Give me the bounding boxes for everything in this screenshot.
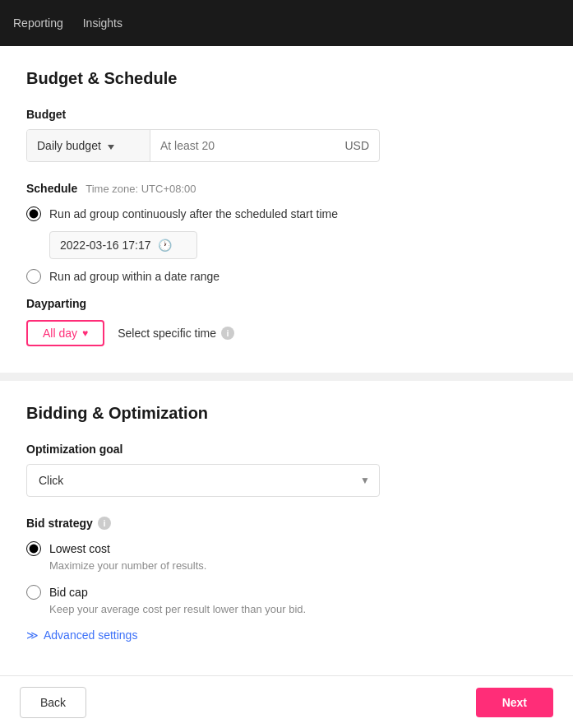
radio-continuous-label: Run ad group continuously after the sche…: [49, 207, 338, 220]
radio-option-daterange: Run ad group within a date range: [26, 269, 547, 284]
optimization-goal-label: Optimization goal: [26, 443, 547, 456]
optimization-goal-group: Optimization goal Click Reach Video View…: [26, 443, 547, 497]
nav-insights[interactable]: Insights: [83, 16, 122, 30]
budget-schedule-section: Budget & Schedule Budget Daily budget US…: [0, 46, 573, 373]
budget-field-group: Budget Daily budget USD: [26, 108, 547, 162]
nav-reporting[interactable]: Reporting: [13, 16, 63, 30]
optimization-goal-select[interactable]: Click Reach Video Views Conversions: [26, 464, 380, 497]
radio-daterange[interactable]: [26, 269, 41, 284]
info-icon: i: [221, 327, 234, 340]
specific-time-button[interactable]: Select specific time i: [118, 327, 234, 340]
bid-cap-title: Bid cap: [49, 586, 88, 599]
radio-bid-cap[interactable]: [26, 585, 41, 600]
radio-continuous[interactable]: [26, 206, 41, 221]
dayparting-label: Dayparting: [26, 297, 547, 310]
budget-row: Daily budget USD: [26, 129, 380, 162]
budget-currency: USD: [335, 131, 379, 160]
dayparting-section: Dayparting All day ♥ Select specific tim…: [26, 297, 547, 346]
datetime-value: 2022-03-16 17:17: [60, 239, 151, 252]
top-navigation: Reporting Insights: [0, 0, 573, 46]
section-divider: [0, 373, 573, 381]
lowest-cost-title: Lowest cost: [49, 542, 110, 555]
allday-label: All day: [43, 327, 77, 340]
allday-button[interactable]: All day ♥: [26, 320, 104, 346]
chevron-down-icon: ≫: [26, 628, 39, 642]
bidding-title: Bidding & Optimization: [26, 404, 547, 423]
budget-amount-input[interactable]: [150, 131, 335, 160]
heart-icon: ♥: [82, 327, 88, 339]
bid-cap-desc: Keep your average cost per result lower …: [49, 603, 547, 615]
advanced-settings-link[interactable]: ≫ Advanced settings: [26, 628, 547, 642]
datetime-picker[interactable]: 2022-03-16 17:17 🕐: [49, 231, 197, 259]
radio-daterange-label: Run ad group within a date range: [49, 270, 219, 283]
footer: Back Next: [0, 675, 573, 728]
budget-type-dropdown[interactable]: Daily budget: [27, 130, 150, 161]
schedule-header: Schedule Time zone: UTC+08:00: [26, 182, 547, 195]
budget-dropdown-arrow: [108, 138, 114, 153]
schedule-label: Schedule: [26, 182, 77, 195]
bid-strategy-group: Bid strategy i Lowest cost Maximize your…: [26, 517, 547, 615]
bid-strategy-header: Bid strategy i: [26, 517, 547, 530]
back-button[interactable]: Back: [20, 687, 86, 718]
bid-option-bid-cap: Bid cap Keep your average cost per resul…: [26, 585, 547, 615]
specific-time-label: Select specific time: [118, 327, 216, 340]
optimization-select-wrapper: Click Reach Video Views Conversions ▼: [26, 464, 380, 497]
next-button[interactable]: Next: [476, 688, 553, 717]
bidding-optimization-section: Bidding & Optimization Optimization goal…: [0, 381, 573, 724]
bid-option-lowest-cost: Lowest cost Maximize your number of resu…: [26, 541, 547, 572]
radio-lowest-cost[interactable]: [26, 541, 41, 556]
lowest-cost-desc: Maximize your number of results.: [49, 559, 547, 572]
bid-strategy-info-icon: i: [98, 517, 111, 530]
schedule-section: Schedule Time zone: UTC+08:00 Run ad gro…: [26, 182, 547, 284]
advanced-settings-label: Advanced settings: [44, 628, 137, 642]
budget-schedule-title: Budget & Schedule: [26, 69, 547, 88]
budget-label: Budget: [26, 108, 547, 121]
bid-strategy-label: Bid strategy: [26, 517, 93, 530]
timezone-label: Time zone: UTC+08:00: [85, 183, 196, 195]
bid-option-bid-cap-row: Bid cap: [26, 585, 547, 600]
budget-type-text: Daily budget: [37, 139, 101, 152]
dayparting-buttons: All day ♥ Select specific time i: [26, 320, 547, 346]
bid-option-lowest-cost-row: Lowest cost: [26, 541, 547, 556]
clock-icon: 🕐: [158, 239, 172, 252]
radio-option-continuous: Run ad group continuously after the sche…: [26, 206, 547, 221]
